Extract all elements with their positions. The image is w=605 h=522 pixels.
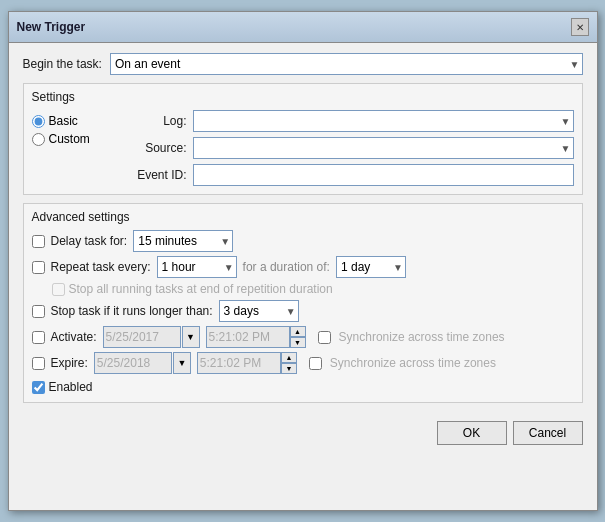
activate-sync-checkbox[interactable] xyxy=(318,331,331,344)
activate-time-down-button[interactable]: ▼ xyxy=(290,337,306,348)
delay-task-row: Delay task for: 15 minutes ▼ xyxy=(32,230,574,252)
expire-date-input[interactable] xyxy=(94,352,172,374)
ok-button[interactable]: OK xyxy=(437,421,507,445)
expire-time-up-button[interactable]: ▲ xyxy=(281,352,297,363)
close-button[interactable]: ✕ xyxy=(571,18,589,36)
log-select-wrapper: ▼ xyxy=(193,110,574,132)
expire-sync-label: Synchronize across time zones xyxy=(330,356,496,370)
basic-label: Basic xyxy=(49,114,78,128)
expire-label: Expire: xyxy=(51,356,88,370)
activate-cal-button[interactable]: ▼ xyxy=(182,326,200,348)
duration-select-wrapper: 1 day ▼ xyxy=(336,256,406,278)
expire-sync-checkbox[interactable] xyxy=(309,357,322,370)
cancel-button[interactable]: Cancel xyxy=(513,421,583,445)
delay-task-select[interactable]: 15 minutes xyxy=(133,230,233,252)
log-row: Log: ▼ xyxy=(127,110,574,132)
enabled-row: Enabled xyxy=(32,380,574,394)
basic-radio-item: Basic xyxy=(32,114,122,128)
activate-sync-label: Synchronize across time zones xyxy=(339,330,505,344)
expire-cal-button[interactable]: ▼ xyxy=(173,352,191,374)
event-id-label: Event ID: xyxy=(127,168,187,182)
settings-legend: Settings xyxy=(32,90,574,104)
stop-longer-select-wrapper: 3 days ▼ xyxy=(219,300,299,322)
delay-task-select-wrapper: 15 minutes ▼ xyxy=(133,230,233,252)
repeat-task-label: Repeat task every: xyxy=(51,260,151,274)
repeat-task-checkbox[interactable] xyxy=(32,261,45,274)
stop-longer-label: Stop task if it runs longer than: xyxy=(51,304,213,318)
expire-row: Expire: ▼ ▲ ▼ Synchronize across time zo… xyxy=(32,352,574,374)
activate-time-wrapper: ▲ ▼ xyxy=(206,326,306,348)
expire-time-wrapper: ▲ ▼ xyxy=(197,352,297,374)
source-label: Source: xyxy=(127,141,187,155)
dialog-footer: OK Cancel xyxy=(9,413,597,455)
event-id-input[interactable] xyxy=(193,164,574,186)
expire-time-input[interactable] xyxy=(197,352,281,374)
stop-longer-select[interactable]: 3 days xyxy=(219,300,299,322)
delay-task-checkbox[interactable] xyxy=(32,235,45,248)
custom-label: Custom xyxy=(49,132,90,146)
activate-time-up-button[interactable]: ▲ xyxy=(290,326,306,337)
begin-task-row: Begin the task: On an event ▼ xyxy=(23,53,583,75)
log-label: Log: xyxy=(127,114,187,128)
repeat-task-row: Repeat task every: 1 hour ▼ for a durati… xyxy=(32,256,574,278)
advanced-settings-group: Advanced settings Delay task for: 15 min… xyxy=(23,203,583,403)
stop-running-label: Stop all running tasks at end of repetit… xyxy=(69,282,333,296)
expire-time-spin: ▲ ▼ xyxy=(281,352,297,374)
activate-date-wrapper: ▼ xyxy=(103,326,200,348)
event-fields: Log: ▼ Source: ▼ Event ID: xyxy=(127,110,574,186)
custom-radio[interactable] xyxy=(32,133,45,146)
new-trigger-dialog: New Trigger ✕ Begin the task: On an even… xyxy=(8,11,598,511)
expire-time-down-button[interactable]: ▼ xyxy=(281,363,297,374)
stop-running-row: Stop all running tasks at end of repetit… xyxy=(32,282,574,296)
stop-running-checkbox[interactable] xyxy=(52,283,65,296)
log-select[interactable] xyxy=(193,110,574,132)
activate-time-spin: ▲ ▼ xyxy=(290,326,306,348)
activate-checkbox[interactable] xyxy=(32,331,45,344)
duration-label: for a duration of: xyxy=(243,260,330,274)
activate-date-input[interactable] xyxy=(103,326,181,348)
activate-label: Activate: xyxy=(51,330,97,344)
delay-task-label: Delay task for: xyxy=(51,234,128,248)
source-select-wrapper: ▼ xyxy=(193,137,574,159)
duration-select[interactable]: 1 day xyxy=(336,256,406,278)
activate-row: Activate: ▼ ▲ ▼ Synchronize across time … xyxy=(32,326,574,348)
expire-date-wrapper: ▼ xyxy=(94,352,191,374)
basic-radio[interactable] xyxy=(32,115,45,128)
enabled-label: Enabled xyxy=(49,380,93,394)
event-id-row: Event ID: xyxy=(127,164,574,186)
radio-group: Basic Custom xyxy=(32,110,122,146)
source-select[interactable] xyxy=(193,137,574,159)
custom-radio-item: Custom xyxy=(32,132,122,146)
repeat-task-select[interactable]: 1 hour xyxy=(157,256,237,278)
enabled-checkbox[interactable] xyxy=(32,381,45,394)
stop-longer-row: Stop task if it runs longer than: 3 days… xyxy=(32,300,574,322)
dialog-title: New Trigger xyxy=(17,20,86,34)
stop-longer-checkbox[interactable] xyxy=(32,305,45,318)
expire-checkbox[interactable] xyxy=(32,357,45,370)
source-row: Source: ▼ xyxy=(127,137,574,159)
activate-time-input[interactable] xyxy=(206,326,290,348)
settings-group: Settings Basic Custom Log: ▼ xyxy=(23,83,583,195)
title-bar: New Trigger ✕ xyxy=(9,12,597,43)
dialog-body: Begin the task: On an event ▼ Settings B… xyxy=(9,43,597,413)
repeat-task-select-wrapper: 1 hour ▼ xyxy=(157,256,237,278)
begin-task-select[interactable]: On an event xyxy=(110,53,583,75)
advanced-legend: Advanced settings xyxy=(32,210,574,224)
begin-task-select-wrapper: On an event ▼ xyxy=(110,53,583,75)
begin-task-label: Begin the task: xyxy=(23,57,102,71)
